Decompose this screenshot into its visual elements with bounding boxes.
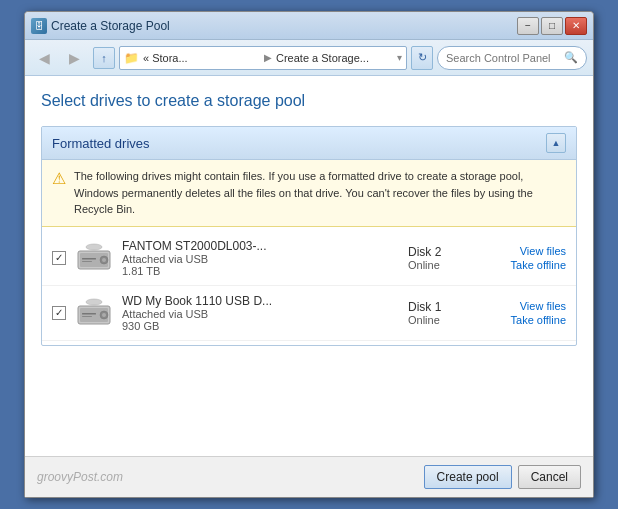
svg-rect-11 bbox=[82, 313, 96, 315]
warning-bar: ⚠ The following drives might contain fil… bbox=[42, 160, 576, 227]
page-title: Select drives to create a storage pool bbox=[41, 92, 577, 110]
window-title: Create a Storage Pool bbox=[51, 19, 170, 33]
drive-1-size: 1.81 TB bbox=[122, 265, 400, 277]
drive-2-actions: View files Take offline bbox=[486, 300, 566, 326]
address-separator: ▶ bbox=[264, 52, 272, 63]
drive-1-status-col: Disk 2 Online bbox=[408, 245, 478, 271]
title-bar-controls: − □ ✕ bbox=[517, 17, 587, 35]
drive-1-connection: Attached via USB bbox=[122, 253, 400, 265]
close-button[interactable]: ✕ bbox=[565, 17, 587, 35]
svg-rect-4 bbox=[82, 258, 96, 260]
drive-item: ✓ WD My Book 1110 USB D... Attached via … bbox=[42, 286, 576, 341]
create-pool-button[interactable]: Create pool bbox=[424, 465, 512, 489]
svg-point-10 bbox=[102, 313, 106, 317]
drive-1-details: FANTOM ST2000DL003-... Attached via USB … bbox=[122, 239, 400, 277]
drive-1-disk: Disk 2 bbox=[408, 245, 478, 259]
footer: groovyPost.com Create pool Cancel bbox=[25, 456, 593, 497]
drive-1-actions: View files Take offline bbox=[486, 245, 566, 271]
drive-1-name: FANTOM ST2000DL003-... bbox=[122, 239, 400, 253]
up-button[interactable]: ↑ bbox=[93, 47, 115, 69]
title-bar: 🗄 Create a Storage Pool − □ ✕ bbox=[25, 12, 593, 40]
dropdown-arrow-icon[interactable]: ▾ bbox=[397, 52, 402, 63]
section-header: Formatted drives ▲ bbox=[42, 127, 576, 160]
drive-2-status-col: Disk 1 Online bbox=[408, 300, 478, 326]
section-title: Formatted drives bbox=[52, 136, 150, 151]
content-area: Select drives to create a storage pool F… bbox=[25, 76, 593, 456]
drive-1-online: Online bbox=[408, 259, 478, 271]
drive-item: ✓ FANTOM ST2000DL003-... Attached via US… bbox=[42, 231, 576, 286]
drive-2-online: Online bbox=[408, 314, 478, 326]
address-part1: « Stora... bbox=[143, 52, 260, 64]
search-icon: 🔍 bbox=[564, 51, 578, 64]
drive-2-name: WD My Book 1110 USB D... bbox=[122, 294, 400, 308]
svg-point-3 bbox=[102, 258, 106, 262]
drive-1-checkbox[interactable]: ✓ bbox=[52, 251, 66, 265]
warning-text: The following drives might contain files… bbox=[74, 168, 566, 218]
window-icon: 🗄 bbox=[31, 18, 47, 34]
search-input[interactable] bbox=[446, 52, 560, 64]
drive-1-take-offline[interactable]: Take offline bbox=[511, 259, 566, 271]
title-bar-left: 🗄 Create a Storage Pool bbox=[31, 18, 170, 34]
watermark: groovyPost.com bbox=[37, 470, 123, 484]
drive-2-take-offline[interactable]: Take offline bbox=[511, 314, 566, 326]
svg-point-13 bbox=[86, 299, 102, 305]
drive-2-view-files[interactable]: View files bbox=[520, 300, 566, 312]
svg-point-6 bbox=[86, 244, 102, 250]
drive-1-icon bbox=[74, 243, 114, 273]
drive-2-disk: Disk 1 bbox=[408, 300, 478, 314]
drive-2-checkbox[interactable]: ✓ bbox=[52, 306, 66, 320]
folder-icon: 📁 bbox=[124, 51, 139, 65]
collapse-button[interactable]: ▲ bbox=[546, 133, 566, 153]
drive-list: ✓ FANTOM ST2000DL003-... Attached via US… bbox=[42, 227, 576, 345]
address-part2: Create a Storage... bbox=[276, 52, 393, 64]
forward-button[interactable]: ▶ bbox=[61, 45, 87, 71]
drive-1-view-files[interactable]: View files bbox=[520, 245, 566, 257]
drive-2-size: 930 GB bbox=[122, 320, 400, 332]
drive-2-icon bbox=[74, 298, 114, 328]
footer-buttons: Create pool Cancel bbox=[424, 465, 581, 489]
search-bar[interactable]: 🔍 bbox=[437, 46, 587, 70]
back-button[interactable]: ◀ bbox=[31, 45, 57, 71]
main-window: 🗄 Create a Storage Pool − □ ✕ ◀ ▶ ↑ 📁 « … bbox=[24, 11, 594, 498]
drive-2-connection: Attached via USB bbox=[122, 308, 400, 320]
svg-rect-12 bbox=[82, 316, 92, 317]
maximize-button[interactable]: □ bbox=[541, 17, 563, 35]
address-bar: 📁 « Stora... ▶ Create a Storage... ▾ bbox=[119, 46, 407, 70]
refresh-button[interactable]: ↻ bbox=[411, 46, 433, 70]
formatted-drives-section: Formatted drives ▲ ⚠ The following drive… bbox=[41, 126, 577, 346]
minimize-button[interactable]: − bbox=[517, 17, 539, 35]
toolbar: ◀ ▶ ↑ 📁 « Stora... ▶ Create a Storage...… bbox=[25, 40, 593, 76]
drive-2-details: WD My Book 1110 USB D... Attached via US… bbox=[122, 294, 400, 332]
warning-icon: ⚠ bbox=[52, 169, 66, 188]
svg-rect-5 bbox=[82, 261, 92, 262]
cancel-button[interactable]: Cancel bbox=[518, 465, 581, 489]
